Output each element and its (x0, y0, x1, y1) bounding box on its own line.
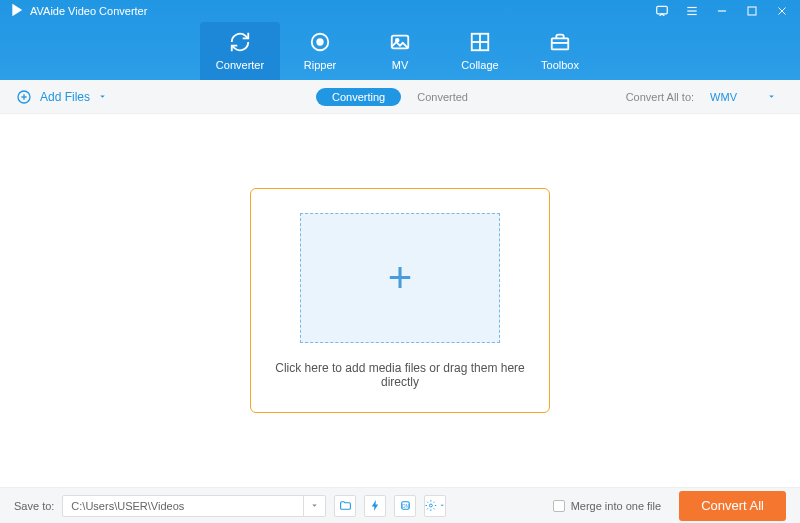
svg-rect-0 (657, 6, 668, 14)
tab-label: Converter (216, 59, 264, 71)
save-path-field (62, 495, 326, 517)
save-path-dropdown[interactable] (303, 496, 325, 516)
lightning-icon (369, 499, 382, 512)
svg-text:ON: ON (402, 504, 410, 509)
status-tabs: Converting Converted (316, 88, 484, 106)
feedback-icon[interactable] (654, 3, 670, 19)
minimize-icon[interactable] (714, 3, 730, 19)
tab-converted[interactable]: Converted (401, 88, 484, 106)
tab-label: Toolbox (541, 59, 579, 71)
merge-label: Merge into one file (571, 500, 662, 512)
svg-rect-15 (552, 38, 569, 49)
mv-icon (389, 31, 411, 53)
speed-icon: ON (399, 499, 412, 512)
checkbox-icon (553, 500, 565, 512)
add-files-button[interactable]: Add Files (16, 89, 107, 105)
format-select[interactable]: WMV (702, 88, 784, 106)
chevron-down-icon (310, 501, 319, 510)
convert-all-button[interactable]: Convert All (679, 491, 786, 521)
converter-icon (229, 31, 251, 53)
close-icon[interactable] (774, 3, 790, 19)
chevron-down-icon (98, 92, 107, 101)
dropzone-text: Click here to add media files or drag th… (271, 361, 529, 389)
dropzone[interactable]: + Click here to add media files or drag … (250, 188, 550, 413)
tab-toolbox[interactable]: Toolbox (520, 22, 600, 80)
tab-converting[interactable]: Converting (316, 88, 401, 106)
tab-mv[interactable]: MV (360, 22, 440, 80)
tab-label: MV (392, 59, 409, 71)
app-title: AVAide Video Converter (30, 5, 147, 17)
chevron-down-icon (767, 92, 776, 101)
folder-icon (339, 499, 352, 512)
convert-all-label: Convert All to: (626, 91, 694, 103)
high-speed-button[interactable]: ON (394, 495, 416, 517)
save-to-label: Save to: (14, 500, 54, 512)
merge-checkbox[interactable]: Merge into one file (553, 500, 662, 512)
tab-label: Collage (461, 59, 498, 71)
app-logo: AVAide Video Converter (10, 3, 147, 19)
gpu-accel-button[interactable] (364, 495, 386, 517)
plus-circle-icon (16, 89, 32, 105)
svg-point-22 (430, 504, 433, 507)
main-area: + Click here to add media files or drag … (0, 114, 800, 487)
format-value: WMV (710, 91, 737, 103)
settings-button[interactable] (424, 495, 446, 517)
drop-rectangle: + (300, 213, 500, 343)
ripper-icon (309, 31, 331, 53)
open-folder-button[interactable] (334, 495, 356, 517)
tab-converter[interactable]: Converter (200, 22, 280, 80)
gear-icon (425, 499, 437, 512)
play-icon (10, 3, 24, 19)
maximize-icon[interactable] (744, 3, 760, 19)
menu-icon[interactable] (684, 3, 700, 19)
svg-point-9 (317, 39, 323, 45)
header: AVAide Video Converter Converter Ripper … (0, 0, 800, 80)
add-files-label: Add Files (40, 90, 90, 104)
chevron-down-icon (439, 502, 445, 509)
main-tabs: Converter Ripper MV Collage Toolbox (0, 22, 800, 80)
collage-icon (469, 31, 491, 53)
window-controls (654, 3, 790, 19)
tab-label: Ripper (304, 59, 336, 71)
sub-toolbar: Add Files Converting Converted Convert A… (0, 80, 800, 114)
tab-collage[interactable]: Collage (440, 22, 520, 80)
footer: Save to: ON Merge into one file Convert … (0, 487, 800, 523)
tab-ripper[interactable]: Ripper (280, 22, 360, 80)
toolbox-icon (549, 31, 571, 53)
plus-icon: + (388, 257, 413, 299)
save-path-input[interactable] (63, 500, 303, 512)
convert-all-to: Convert All to: WMV (626, 88, 784, 106)
titlebar: AVAide Video Converter (0, 0, 800, 22)
svg-rect-5 (748, 7, 756, 15)
